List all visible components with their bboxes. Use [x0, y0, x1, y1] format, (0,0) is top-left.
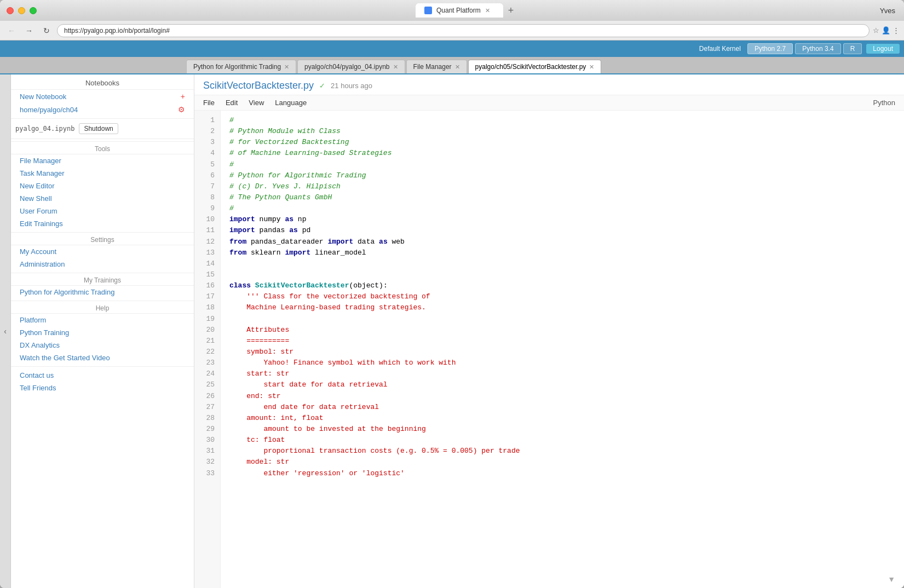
code-line: import pandas as pd	[229, 225, 895, 236]
code-line: amount to be invested at the beginning	[229, 424, 895, 435]
sidebar-item-contact[interactable]: Contact us	[11, 369, 194, 382]
code-line: ==========	[229, 336, 895, 347]
menu-file[interactable]: File	[203, 99, 215, 107]
sidebar-item-home-path[interactable]: home/pyalgo/ch04 ⚙	[11, 103, 194, 116]
code-line	[229, 269, 895, 280]
kernel-label: Default Kernel	[699, 45, 741, 53]
close-button[interactable]	[7, 7, 14, 14]
sidebar-item-task-manager[interactable]: Task Manager	[11, 167, 194, 180]
addressbar: ← → ↻ ☆ 👤 ⋮	[0, 21, 904, 41]
browser-tab[interactable]: Quant Platform ✕	[416, 3, 503, 18]
sidebar-item-administration[interactable]: Administration	[11, 258, 194, 270]
editor-menubar: File Edit View Language Python	[194, 95, 904, 111]
line-number: 6	[194, 170, 220, 181]
titlebar: Quant Platform ✕ + Yves	[0, 0, 904, 21]
refresh-button[interactable]: ↻	[39, 24, 54, 38]
tab-close-1[interactable]: ✕	[393, 64, 398, 71]
help-title: Help	[11, 301, 194, 314]
tab-close-0[interactable]: ✕	[284, 64, 289, 71]
menu-view[interactable]: View	[249, 99, 264, 107]
line-number: 12	[194, 237, 220, 247]
python27-button[interactable]: Python 2.7	[747, 43, 793, 54]
line-number: 14	[194, 258, 220, 269]
sidebar-item-new-editor[interactable]: New Editor	[11, 180, 194, 192]
sidebar-collapse-button[interactable]: ‹	[0, 74, 11, 588]
browser-window: Quant Platform ✕ + Yves ← → ↻ ☆ 👤 ⋮ Defa…	[0, 0, 904, 588]
sidebar-item-user-forum[interactable]: User Forum	[11, 205, 194, 217]
line-number: 26	[194, 391, 220, 402]
code-line: ''' Class for the vectorized backtesting…	[229, 291, 895, 302]
back-button[interactable]: ←	[4, 24, 19, 38]
code-line	[229, 314, 895, 325]
editor-header: ScikitVectorBacktester.py ✓ 21 hours ago	[194, 74, 904, 95]
menu-language[interactable]: Language	[275, 99, 307, 107]
sidebar-item-platform[interactable]: Platform	[11, 314, 194, 326]
sidebar-divider-1	[11, 118, 194, 119]
tab-scikit-backtester[interactable]: pyalgo/ch05/ScikitVectorBacktester.py ✕	[468, 60, 602, 73]
code-line: #	[229, 159, 895, 170]
python34-button[interactable]: Python 3.4	[795, 43, 840, 54]
tab-file-manager[interactable]: File Manager ✕	[406, 60, 467, 73]
kernel-file-row: pyalgo_04.ipynb Shutdown	[11, 121, 194, 136]
sidebar-item-file-manager[interactable]: File Manager	[11, 154, 194, 167]
scroll-down-icon[interactable]: ▼	[888, 575, 895, 584]
tab-close-3[interactable]: ✕	[589, 64, 594, 71]
browser-tab-close[interactable]: ✕	[485, 7, 490, 14]
forward-button[interactable]: →	[22, 24, 36, 38]
kernel-bar: Default Kernel Python 2.7 Python 3.4 R L…	[0, 41, 904, 57]
code-line: from pandas_datareader import data as we…	[229, 237, 895, 247]
code-line: symbol: str	[229, 347, 895, 358]
bookmark-icon[interactable]: ☆	[873, 26, 879, 34]
notebook-tabs: Python for Algorithmic Trading ✕ pyalgo/…	[0, 57, 904, 74]
new-tab-button[interactable]: +	[503, 3, 519, 18]
file-name: ScikitVectorBacktester.py	[203, 80, 314, 91]
maximize-button[interactable]	[30, 7, 37, 14]
shutdown-button[interactable]: Shutdown	[79, 123, 118, 134]
code-line: # for Vectorized Backtesting	[229, 137, 895, 148]
sidebar-item-my-account[interactable]: My Account	[11, 245, 194, 258]
sidebar-item-watch-video[interactable]: Watch the Get Started Video	[11, 351, 194, 364]
profile-icon[interactable]: 👤	[882, 26, 890, 34]
tab-python-trading[interactable]: Python for Algorithmic Trading ✕	[186, 60, 296, 73]
code-line: Machine Learning-based trading strategie…	[229, 302, 895, 313]
code-line: model: str	[229, 457, 895, 468]
line-number: 19	[194, 314, 220, 325]
line-number: 16	[194, 280, 220, 291]
line-number: 1	[194, 115, 220, 126]
line-number: 17	[194, 291, 220, 302]
kernel-file-label: pyalgo_04.ipynb	[15, 125, 74, 132]
menu-icon[interactable]: ⋮	[893, 26, 900, 34]
code-line: proportional transaction costs (e.g. 0.5…	[229, 446, 895, 457]
sidebar-item-python-trading[interactable]: Python for Algorithmic Trading	[11, 286, 194, 298]
line-number: 32	[194, 457, 220, 468]
tab-pyalgo04[interactable]: pyalgo/ch04/pyalgo_04.ipynb ✕	[297, 60, 405, 73]
tab-close-2[interactable]: ✕	[455, 64, 460, 71]
sidebar-item-edit-trainings[interactable]: Edit Trainings	[11, 217, 194, 230]
code-line: end date for data retrieval	[229, 402, 895, 413]
menu-edit[interactable]: Edit	[226, 99, 238, 107]
logout-button[interactable]: Logout	[866, 44, 900, 54]
sidebar-item-tell-friends[interactable]: Tell Friends	[11, 382, 194, 394]
address-bar-icons: ☆ 👤 ⋮	[873, 26, 900, 34]
line-number: 9	[194, 203, 220, 214]
code-line: # of Machine Learning-based Strategies	[229, 148, 895, 159]
new-notebook-label: New Notebook	[20, 93, 66, 101]
line-number: 3	[194, 137, 220, 148]
url-input[interactable]	[57, 24, 870, 37]
notebooks-title: Notebooks	[11, 74, 194, 90]
line-number: 27	[194, 402, 220, 413]
sidebar-item-new-shell[interactable]: New Shell	[11, 192, 194, 205]
sidebar-item-python-training[interactable]: Python Training	[11, 326, 194, 339]
code-line: import numpy as np	[229, 214, 895, 225]
sidebar-item-new-notebook[interactable]: New Notebook +	[11, 90, 194, 103]
line-numbers: 1234567891011121314151617181920212223242…	[194, 111, 221, 588]
sidebar-item-dx-analytics[interactable]: DX Analytics	[11, 339, 194, 351]
my-trainings-title: My Trainings	[11, 273, 194, 286]
r-button[interactable]: R	[843, 43, 862, 54]
code-content[interactable]: ## Python Module with Class# for Vectori…	[221, 111, 904, 588]
line-number: 13	[194, 247, 220, 258]
minimize-button[interactable]	[18, 7, 25, 14]
line-number: 15	[194, 269, 220, 280]
line-number: 22	[194, 347, 220, 358]
line-number: 31	[194, 446, 220, 457]
